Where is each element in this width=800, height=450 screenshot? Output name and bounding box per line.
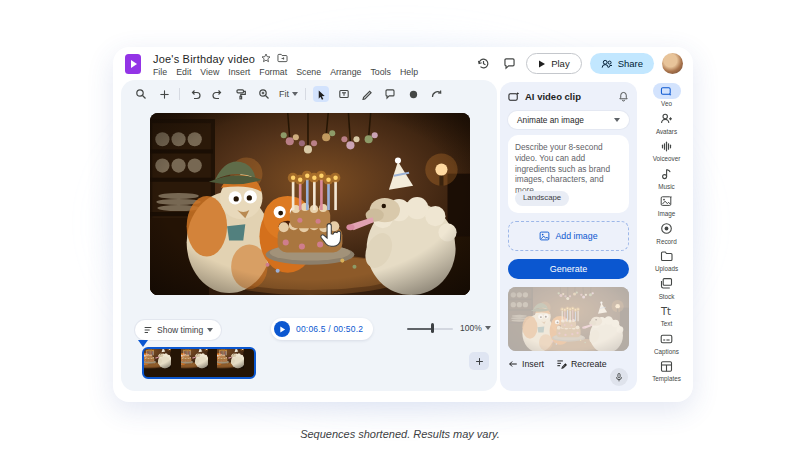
- redo-icon[interactable]: [210, 86, 226, 102]
- insert-button[interactable]: Insert: [508, 359, 544, 369]
- image-sparkle-icon: [660, 195, 673, 207]
- toolbar: Fit: [133, 84, 444, 104]
- canvas-zoom-control: 100%: [407, 323, 491, 333]
- menu-file[interactable]: File: [153, 67, 167, 77]
- move-folder-icon[interactable]: [277, 53, 288, 63]
- chevron-down-icon: [207, 328, 213, 332]
- stock-media-icon: [660, 277, 673, 290]
- rail-item-avatars[interactable]: Avatars: [640, 111, 693, 139]
- recreate-icon: [556, 358, 567, 369]
- timeline-play-button[interactable]: [274, 321, 290, 337]
- toolbar-divider: [305, 88, 306, 100]
- zoom-slider-track: [433, 328, 453, 330]
- mic-icon: [614, 372, 624, 383]
- canvas-area: Fit Show timing: [121, 80, 497, 391]
- shape-tool-icon[interactable]: [405, 86, 421, 102]
- menu-edit[interactable]: Edit: [176, 67, 191, 77]
- zoom-level-value: 100%: [460, 323, 482, 333]
- add-image-label: Add image: [555, 231, 597, 241]
- title-icons: [261, 53, 288, 63]
- generated-preview[interactable]: [508, 287, 629, 351]
- comment-tool-icon[interactable]: [382, 86, 398, 102]
- insert-label: Insert: [522, 359, 544, 369]
- show-timing-dropdown[interactable]: Show timing: [135, 320, 221, 340]
- rail-item-voiceover[interactable]: Voiceover: [640, 138, 693, 166]
- zoom-slider[interactable]: [407, 323, 453, 333]
- templates-icon: [660, 360, 673, 373]
- zoom-slider-handle[interactable]: [431, 323, 434, 333]
- text-box-icon[interactable]: [336, 86, 352, 102]
- add-scene-icon[interactable]: [156, 86, 172, 102]
- rail-item-stock[interactable]: Stock: [640, 276, 693, 304]
- plus-icon: [475, 357, 484, 366]
- notification-bell-icon[interactable]: [618, 91, 629, 102]
- prompt-placeholder: Describe your 8-second video. You can ad…: [515, 142, 610, 195]
- rail-item-record[interactable]: Record: [640, 221, 693, 249]
- playback-time-pill: 00:06.5 / 00:50.2: [271, 318, 373, 340]
- ai-panel-header: AI video clip: [508, 90, 629, 103]
- show-timing-label: Show timing: [157, 325, 203, 335]
- fit-dropdown[interactable]: Fit: [279, 89, 298, 99]
- menu-insert[interactable]: Insert: [228, 67, 250, 77]
- show-timing-icon: [143, 325, 153, 335]
- select-tool-icon[interactable]: [313, 86, 329, 102]
- timeline-playhead[interactable]: [138, 340, 148, 347]
- menu-help[interactable]: Help: [400, 67, 418, 77]
- menubar: File Edit View Insert Format Scene Arran…: [153, 67, 418, 77]
- time-display: 00:06.5 / 00:50.2: [296, 324, 363, 334]
- hand-cursor: [316, 222, 344, 250]
- play-button[interactable]: Play: [526, 53, 581, 74]
- video-preview[interactable]: [150, 113, 470, 295]
- comments-icon[interactable]: [500, 55, 518, 73]
- mode-selector-dropdown[interactable]: Animate an image: [508, 111, 629, 129]
- share-button[interactable]: Share: [590, 53, 654, 74]
- document-title[interactable]: Joe's Birthday video: [153, 53, 255, 65]
- timeline-clip-selected[interactable]: [142, 347, 256, 379]
- vids-logo[interactable]: [124, 54, 144, 74]
- rail-item-uploads[interactable]: Uploads: [640, 248, 693, 276]
- rail-item-veo[interactable]: Veo: [640, 83, 693, 111]
- rail-item-captions[interactable]: Captions: [640, 331, 693, 359]
- share-button-label: Share: [618, 58, 643, 69]
- menu-format[interactable]: Format: [259, 67, 287, 77]
- add-image-button[interactable]: Add image: [508, 221, 629, 251]
- play-button-label: Play: [551, 58, 569, 69]
- music-icon: [660, 167, 673, 180]
- pen-tool-icon[interactable]: [359, 86, 375, 102]
- desktop-background: Joe's Birthday video File Edit View Inse…: [0, 0, 800, 450]
- rail-item-image[interactable]: Image: [640, 193, 693, 221]
- image-icon: [539, 231, 550, 241]
- rail-item-templates[interactable]: Templates: [640, 358, 693, 386]
- star-icon[interactable]: [261, 53, 271, 63]
- disclaimer-caption: Sequences shortened. Results may vary.: [0, 428, 800, 440]
- version-history-icon[interactable]: [474, 55, 492, 73]
- rail-item-music[interactable]: Music: [640, 166, 693, 194]
- toolbar-divider: [179, 88, 180, 100]
- menu-view[interactable]: View: [200, 67, 219, 77]
- rail-item-text[interactable]: Tt Text: [640, 303, 693, 331]
- rotate-tool-icon[interactable]: [428, 86, 444, 102]
- titlebar-actions: Play Share: [474, 53, 683, 74]
- add-clip-button[interactable]: [469, 352, 489, 370]
- recreate-label: Recreate: [571, 359, 607, 369]
- menu-scene[interactable]: Scene: [296, 67, 321, 77]
- generate-button[interactable]: Generate: [508, 259, 629, 279]
- prompt-input[interactable]: Describe your 8-second video. You can ad…: [508, 135, 629, 213]
- fit-label: Fit: [279, 89, 289, 99]
- menu-arrange[interactable]: Arrange: [330, 67, 361, 77]
- zoom-in-icon[interactable]: [256, 86, 272, 102]
- microphone-button[interactable]: [610, 368, 628, 386]
- avatars-icon: [660, 112, 673, 125]
- paint-format-icon[interactable]: [233, 86, 249, 102]
- zoom-level-dropdown[interactable]: 100%: [460, 323, 491, 333]
- veo-icon: [660, 85, 673, 97]
- recreate-button[interactable]: Recreate: [556, 358, 607, 369]
- undo-icon[interactable]: [187, 86, 203, 102]
- zoom-tool-icon[interactable]: [133, 86, 149, 102]
- account-avatar[interactable]: [662, 53, 683, 74]
- voiceover-icon: [660, 140, 673, 153]
- record-icon: [660, 222, 673, 235]
- zoom-slider-track-filled: [407, 328, 433, 330]
- menu-tools[interactable]: Tools: [370, 67, 391, 77]
- aspect-ratio-chip[interactable]: Landscape: [515, 191, 569, 206]
